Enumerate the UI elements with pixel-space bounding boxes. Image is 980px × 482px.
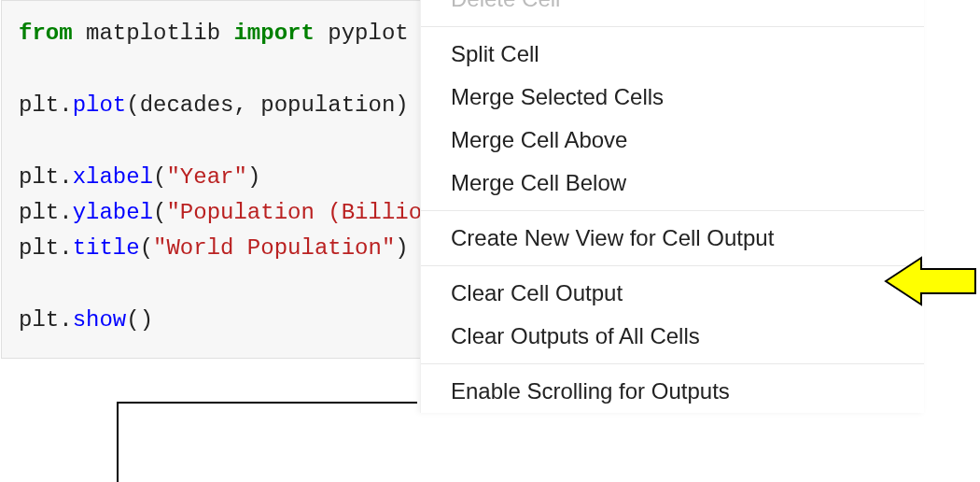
menu-item-enable-scrolling-for-outputs[interactable]: Enable Scrolling for Outputs — [421, 370, 924, 413]
cell-output-frame — [117, 402, 417, 482]
menu-item-merge-cell-below[interactable]: Merge Cell Below — [421, 162, 924, 205]
menu-item-clear-cell-output[interactable]: Clear Cell Output — [421, 272, 924, 315]
menu-separator — [421, 26, 924, 27]
menu-separator — [421, 210, 924, 211]
context-menu: Delete CellSplit CellMerge Selected Cell… — [420, 0, 924, 413]
menu-item-create-new-view-for-cell-output[interactable]: Create New View for Cell Output — [421, 217, 924, 260]
menu-item-delete-cell[interactable]: Delete Cell — [421, 0, 924, 21]
menu-separator — [421, 265, 924, 266]
code-cell[interactable]: from matplotlib import pyplot a plt.plot… — [1, 0, 423, 359]
menu-separator — [421, 363, 924, 364]
menu-item-merge-selected-cells[interactable]: Merge Selected Cells — [421, 76, 924, 119]
menu-item-merge-cell-above[interactable]: Merge Cell Above — [421, 119, 924, 162]
menu-item-split-cell[interactable]: Split Cell — [421, 33, 924, 76]
menu-item-clear-outputs-of-all-cells[interactable]: Clear Outputs of All Cells — [421, 315, 924, 358]
